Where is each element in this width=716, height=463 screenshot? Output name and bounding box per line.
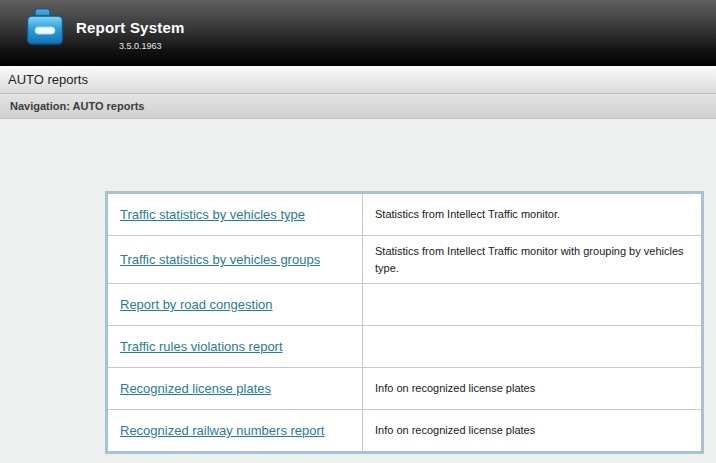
report-row: Traffic rules violations report bbox=[108, 326, 701, 368]
report-description: Statistics from Intellect Traffic monito… bbox=[363, 236, 701, 283]
report-system-page: { "header": { "title": "Report System", … bbox=[0, 0, 716, 463]
report-system-logo-icon bbox=[26, 6, 64, 60]
report-description bbox=[363, 326, 701, 367]
section-label: AUTO reports bbox=[8, 72, 88, 87]
report-link-cell: Recognized railway numbers report bbox=[108, 410, 363, 451]
report-link[interactable]: Traffic statistics by vehicles groups bbox=[120, 252, 320, 267]
report-row: Traffic statistics by vehicles groups St… bbox=[108, 236, 701, 284]
report-link-cell: Recognized license plates bbox=[108, 368, 363, 409]
report-link-cell: Traffic statistics by vehicles groups bbox=[108, 236, 363, 283]
section-bar: AUTO reports bbox=[0, 66, 716, 94]
report-description: Info on recognized license plates bbox=[363, 368, 701, 409]
report-link[interactable]: Report by road congestion bbox=[120, 297, 272, 312]
report-row: Recognized license plates Info on recogn… bbox=[108, 368, 701, 410]
report-description: Statistics from Intellect Traffic monito… bbox=[363, 194, 701, 235]
report-description bbox=[363, 284, 701, 325]
main-content: Traffic statistics by vehicles type Stat… bbox=[0, 119, 716, 463]
report-link-cell: Traffic statistics by vehicles type bbox=[108, 194, 363, 235]
report-description: Info on recognized license plates bbox=[363, 410, 701, 451]
report-link-cell: Report by road congestion bbox=[108, 284, 363, 325]
app-header: Report System 3.5.0.1963 bbox=[0, 0, 716, 66]
report-row: Traffic statistics by vehicles type Stat… bbox=[108, 194, 701, 236]
report-link[interactable]: Traffic statistics by vehicles type bbox=[120, 207, 305, 222]
reports-table: Traffic statistics by vehicles type Stat… bbox=[105, 191, 704, 454]
app-title: Report System bbox=[76, 19, 184, 36]
breadcrumb-bar: Navigation: AUTO reports bbox=[0, 94, 716, 119]
app-version: 3.5.0.1963 bbox=[119, 41, 162, 51]
report-link[interactable]: Recognized license plates bbox=[120, 381, 271, 396]
report-link-cell: Traffic rules violations report bbox=[108, 326, 363, 367]
report-row: Recognized railway numbers report Info o… bbox=[108, 410, 701, 451]
report-link[interactable]: Traffic rules violations report bbox=[120, 339, 283, 354]
breadcrumb: Navigation: AUTO reports bbox=[10, 100, 144, 112]
report-row: Report by road congestion bbox=[108, 284, 701, 326]
report-link[interactable]: Recognized railway numbers report bbox=[120, 423, 324, 438]
